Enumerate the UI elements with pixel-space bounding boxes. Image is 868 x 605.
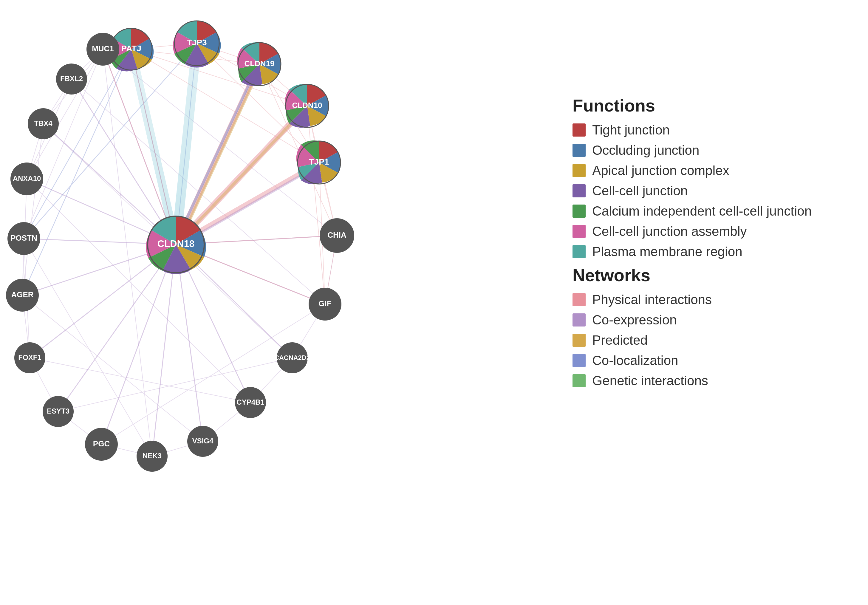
node-FOXF1[interactable]: FOXF1 — [14, 342, 45, 373]
node-FBXL2[interactable]: FBXL2 — [56, 64, 87, 95]
node-label-ESYT3: ESYT3 — [47, 407, 70, 415]
node-label-PGC: PGC — [93, 439, 110, 448]
svg-line-4 — [176, 245, 203, 441]
calcium-independent-label: Calcium independent cell-cell junction — [592, 204, 812, 219]
legend-predicted: Predicted — [572, 333, 859, 347]
node-GIF[interactable]: GIF — [308, 288, 341, 321]
cell-cell-junction-swatch — [572, 184, 586, 197]
svg-line-73 — [178, 105, 309, 243]
co-localization-swatch — [572, 354, 586, 367]
node-label-ANXA10: ANXA10 — [13, 174, 41, 183]
legend-occluding-junction: Occluding junction — [572, 143, 859, 158]
svg-line-76 — [131, 49, 176, 245]
functions-title: Functions — [572, 95, 859, 115]
legend-tight-junction: Tight junction — [572, 123, 859, 138]
node-label-CLDN18: CLDN18 — [157, 238, 194, 249]
svg-line-58 — [307, 106, 325, 304]
node-label-MUC1: MUC1 — [92, 44, 114, 53]
legend-cell-cell-junction: Cell-cell junction — [572, 183, 859, 198]
node-CLDN18[interactable]: CLDN18 — [146, 216, 206, 274]
node-label-NEK3: NEK3 — [143, 452, 161, 460]
node-PGC[interactable]: PGC — [85, 428, 118, 461]
physical-interactions-label: Physical interactions — [592, 292, 712, 307]
node-TBX4[interactable]: TBX4 — [28, 108, 59, 139]
node-label-FOXF1: FOXF1 — [18, 353, 41, 361]
predicted-swatch — [572, 334, 586, 347]
legend-ccj-assembly: Cell-cell junction assembly — [572, 224, 859, 239]
plasma-membrane-swatch — [572, 245, 586, 258]
legend-calcium-independent: Calcium independent cell-cell junction — [572, 204, 859, 219]
legend-panel: Functions Tight junction Occluding junct… — [567, 84, 865, 400]
node-label-TJP1: TJP1 — [309, 157, 329, 166]
svg-line-41 — [27, 179, 251, 403]
node-label-POSTN: POSTN — [11, 233, 37, 242]
node-CLDN10[interactable]: CLDN10 — [285, 84, 329, 128]
apical-junction-label: Apical junction complex — [592, 163, 729, 178]
node-POSTN[interactable]: POSTN — [8, 222, 40, 255]
occluding-junction-swatch — [572, 144, 586, 157]
co-expression-swatch — [572, 313, 586, 326]
node-label-TBX4: TBX4 — [34, 119, 53, 127]
svg-line-47 — [131, 49, 307, 106]
occluding-junction-label: Occluding junction — [592, 143, 699, 158]
node-label-CACNA2D2: CACNA2D2 — [274, 354, 310, 361]
legend-plasma-membrane: Plasma membrane region — [572, 244, 859, 259]
node-VSIG4[interactable]: VSIG4 — [187, 426, 218, 457]
node-NEK3[interactable]: NEK3 — [136, 441, 167, 472]
node-label-CLDN19: CLDN19 — [244, 59, 274, 68]
legend-apical-junction: Apical junction complex — [572, 163, 859, 178]
node-CYP4B1[interactable]: CYP4B1 — [235, 387, 266, 418]
calcium-independent-swatch — [572, 205, 586, 218]
svg-line-40 — [101, 304, 325, 444]
apical-junction-swatch — [572, 164, 586, 177]
svg-line-7 — [58, 245, 176, 411]
svg-line-38 — [30, 358, 251, 403]
cell-cell-junction-label: Cell-cell junction — [592, 183, 688, 198]
node-label-TJP3: TJP3 — [187, 38, 207, 47]
node-label-FBXL2: FBXL2 — [60, 74, 83, 82]
genetic-interactions-swatch — [572, 374, 586, 387]
network-graph: PATJ TJP3 CLDN19 — [0, 0, 567, 605]
node-MUC1[interactable]: MUC1 — [87, 33, 119, 65]
node-label-VSIG4: VSIG4 — [192, 437, 214, 445]
genetic-interactions-label: Genetic interactions — [592, 373, 708, 388]
legend-co-expression: Co-expression — [572, 312, 859, 327]
node-label-PATJ: PATJ — [121, 44, 141, 53]
co-localization-label: Co-localization — [592, 353, 678, 368]
node-TJP1[interactable]: TJP1 — [296, 140, 341, 184]
ccj-assembly-label: Cell-cell junction assembly — [592, 224, 747, 239]
node-label-CHIA: CHIA — [327, 231, 347, 239]
node-label-CYP4B1: CYP4B1 — [236, 398, 264, 406]
node-label-AGER: AGER — [11, 290, 33, 299]
node-TJP3[interactable]: TJP3 — [173, 21, 221, 68]
node-ESYT3[interactable]: ESYT3 — [43, 396, 74, 427]
node-CHIA[interactable]: CHIA — [320, 218, 354, 253]
legend-co-localization: Co-localization — [572, 353, 859, 368]
physical-interactions-swatch — [572, 293, 586, 306]
node-CLDN19[interactable]: CLDN19 — [237, 42, 281, 86]
legend-genetic-interactions: Genetic interactions — [572, 373, 859, 388]
node-ANXA10[interactable]: ANXA10 — [11, 163, 43, 195]
tight-junction-label: Tight junction — [592, 123, 670, 138]
plasma-membrane-label: Plasma membrane region — [592, 244, 742, 259]
ccj-assembly-swatch — [572, 225, 586, 238]
node-CACNA2D2[interactable]: CACNA2D2 — [274, 342, 310, 373]
node-label-CLDN10: CLDN10 — [292, 101, 322, 110]
legend-physical-interactions: Physical interactions — [572, 292, 859, 307]
node-label-GIF: GIF — [318, 299, 331, 308]
tight-junction-swatch — [572, 123, 586, 137]
predicted-label: Predicted — [592, 333, 648, 347]
networks-title: Networks — [572, 265, 859, 285]
co-expression-label: Co-expression — [592, 312, 677, 327]
node-AGER[interactable]: AGER — [6, 279, 39, 312]
